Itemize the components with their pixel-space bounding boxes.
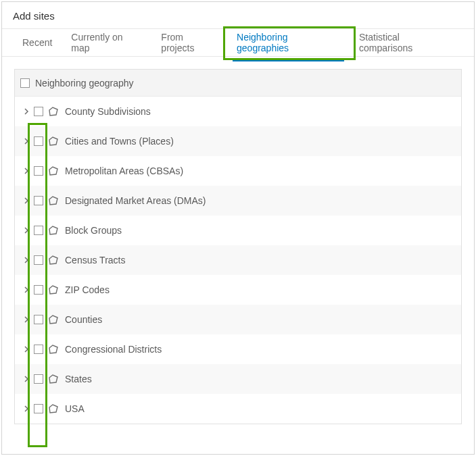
chevron-right-icon[interactable] bbox=[20, 227, 32, 234]
geography-tree: Neighboring geography County Subdivision… bbox=[14, 69, 462, 424]
chevron-right-icon[interactable] bbox=[20, 346, 32, 353]
polygon-icon bbox=[47, 165, 60, 177]
chevron-right-icon[interactable] bbox=[20, 138, 32, 145]
tree-row: Block Groups bbox=[15, 216, 461, 245]
chevron-right-icon[interactable] bbox=[20, 108, 32, 115]
tree-panel: Neighboring geography County Subdivision… bbox=[2, 57, 474, 436]
polygon-icon bbox=[47, 254, 60, 266]
tree-row: States bbox=[15, 364, 461, 394]
tab-neighboring-geographies[interactable]: Neighboring geographies bbox=[227, 25, 350, 61]
row-label: ZIP Codes bbox=[65, 284, 110, 295]
tree-header: Neighboring geography bbox=[15, 70, 461, 97]
tree-header-label: Neighboring geography bbox=[35, 78, 134, 88]
tree-row: Counties bbox=[15, 305, 461, 334]
tab-statistical-comparisons[interactable]: Statistical comparisons bbox=[350, 25, 463, 61]
polygon-icon bbox=[47, 135, 60, 147]
row-label: Designated Market Areas (DMAs) bbox=[65, 195, 206, 206]
row-checkbox[interactable] bbox=[34, 285, 43, 295]
row-label: County Subdivisions bbox=[65, 106, 151, 117]
chevron-right-icon[interactable] bbox=[20, 376, 32, 382]
chevron-right-icon[interactable] bbox=[20, 405, 32, 412]
polygon-icon bbox=[47, 403, 60, 415]
row-label: USA bbox=[65, 403, 85, 414]
polygon-icon bbox=[47, 373, 60, 385]
tree-row-list: County SubdivisionsCities and Towns (Pla… bbox=[15, 97, 461, 424]
tree-row: Congressional Districts bbox=[15, 334, 461, 364]
polygon-icon bbox=[47, 343, 60, 355]
row-checkbox[interactable] bbox=[34, 107, 43, 116]
row-label: Block Groups bbox=[65, 225, 122, 236]
tree-row: County Subdivisions bbox=[15, 97, 461, 126]
tree-row: Metropolitan Areas (CBSAs) bbox=[15, 156, 461, 186]
row-checkbox[interactable] bbox=[34, 345, 43, 354]
chevron-right-icon[interactable] bbox=[20, 197, 32, 204]
row-label: Counties bbox=[65, 314, 102, 325]
row-label: Cities and Towns (Places) bbox=[65, 136, 174, 147]
row-label: Congressional Districts bbox=[65, 344, 162, 355]
polygon-icon bbox=[47, 195, 60, 207]
row-checkbox[interactable] bbox=[34, 255, 43, 265]
tree-row: Census Tracts bbox=[15, 245, 461, 275]
chevron-right-icon[interactable] bbox=[20, 168, 32, 174]
row-checkbox[interactable] bbox=[34, 374, 43, 384]
tree-row: Designated Market Areas (DMAs) bbox=[15, 186, 461, 216]
row-checkbox[interactable] bbox=[34, 315, 43, 324]
row-checkbox[interactable] bbox=[34, 166, 43, 176]
tree-row: ZIP Codes bbox=[15, 275, 461, 305]
row-checkbox[interactable] bbox=[34, 226, 43, 235]
tree-row: Cities and Towns (Places) bbox=[15, 126, 461, 156]
row-checkbox[interactable] bbox=[34, 136, 43, 146]
polygon-icon bbox=[47, 313, 60, 326]
tab-currently-on-map[interactable]: Currently on map bbox=[62, 25, 151, 61]
polygon-icon bbox=[47, 224, 60, 236]
chevron-right-icon[interactable] bbox=[20, 257, 32, 263]
chevron-right-icon[interactable] bbox=[20, 286, 32, 293]
row-checkbox[interactable] bbox=[34, 404, 43, 413]
add-sites-dialog: Add sites Recent Currently on map From p… bbox=[1, 1, 475, 455]
row-checkbox[interactable] bbox=[34, 196, 43, 205]
row-label: States bbox=[65, 374, 92, 384]
tab-from-projects[interactable]: From projects bbox=[151, 25, 227, 61]
tree-row: USA bbox=[15, 394, 461, 424]
tab-recent[interactable]: Recent bbox=[13, 30, 62, 55]
polygon-icon bbox=[47, 105, 60, 118]
polygon-icon bbox=[47, 284, 60, 296]
row-label: Census Tracts bbox=[65, 255, 125, 265]
row-label: Metropolitan Areas (CBSAs) bbox=[65, 166, 183, 176]
tab-bar: Recent Currently on map From projects Ne… bbox=[2, 28, 474, 57]
select-all-checkbox[interactable] bbox=[20, 78, 30, 88]
chevron-right-icon[interactable] bbox=[20, 316, 32, 323]
